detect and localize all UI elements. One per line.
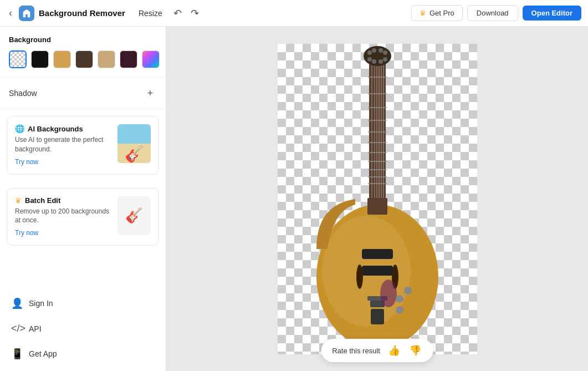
batch-edit-card[interactable]: ♛ Batch Edit Remove up to 200 background… xyxy=(7,188,159,246)
crown-batch-icon: ♛ xyxy=(15,196,22,205)
background-label: Background xyxy=(9,35,157,44)
swatch-orange[interactable] xyxy=(53,50,71,68)
redo-button[interactable]: ↷ xyxy=(188,5,201,22)
thumbs-down-button[interactable]: 👎 xyxy=(408,343,422,358)
sign-in-nav-item[interactable]: 👤 Sign In xyxy=(0,291,166,316)
svg-point-39 xyxy=(404,287,412,294)
batch-edit-title: Batch Edit xyxy=(25,196,60,205)
ai-backgrounds-desc: Use AI to generate the perfect backgroun… xyxy=(15,135,111,154)
svg-point-26 xyxy=(383,57,387,62)
svg-rect-31 xyxy=(362,249,393,259)
sidebar: Background Shadow + 🌐 AI Backgrounds xyxy=(0,27,166,371)
ai-backgrounds-header: 🌐 AI Backgrounds xyxy=(15,124,111,133)
get-pro-button[interactable]: ♛ Get Pro xyxy=(411,5,463,21)
batch-edit-text: ♛ Batch Edit Remove up to 200 background… xyxy=(15,196,111,238)
batch-edit-thumbnail: 🎸 xyxy=(117,196,151,235)
thumbs-up-button[interactable]: 👍 xyxy=(387,343,401,358)
svg-point-18 xyxy=(364,46,391,66)
swatch-gradient[interactable] xyxy=(142,50,160,68)
background-section: Background xyxy=(0,27,166,78)
back-button[interactable]: ‹ xyxy=(7,5,14,21)
header: ‹ Background Remover Resize ↶ ↷ ♛ Get Pr… xyxy=(0,0,588,27)
svg-rect-32 xyxy=(362,266,393,276)
checkerboard-bg xyxy=(278,44,477,354)
swatch-tan[interactable] xyxy=(98,50,115,68)
svg-point-20 xyxy=(367,57,372,62)
open-editor-button[interactable]: Open Editor xyxy=(523,6,581,21)
rate-text: Rate this result xyxy=(332,347,380,355)
svg-point-40 xyxy=(396,306,403,314)
rate-result-bar: Rate this result 👍 👎 xyxy=(321,339,433,362)
svg-point-19 xyxy=(367,50,372,55)
svg-rect-41 xyxy=(367,198,387,215)
phone-icon: 📱 xyxy=(11,348,22,360)
api-label: API xyxy=(29,324,42,333)
svg-rect-35 xyxy=(371,309,384,324)
main-layout: Background Shadow + 🌐 AI Backgrounds xyxy=(0,27,588,371)
svg-point-23 xyxy=(379,48,383,53)
swatch-black[interactable] xyxy=(31,50,49,68)
batch-edit-header: ♛ Batch Edit xyxy=(15,196,111,205)
svg-point-25 xyxy=(383,50,387,55)
svg-point-37 xyxy=(380,279,397,307)
swatch-transparent[interactable] xyxy=(9,50,27,68)
ai-backgrounds-text: 🌐 AI Backgrounds Use AI to generate the … xyxy=(15,124,111,166)
canvas-area: Rate this result 👍 👎 xyxy=(166,27,588,371)
guitar-image xyxy=(278,44,477,354)
ai-backgrounds-thumbnail: 🎸 xyxy=(117,124,151,163)
canvas-wrapper xyxy=(278,44,477,354)
ai-backgrounds-title: AI Backgrounds xyxy=(28,125,83,133)
api-nav-item[interactable]: </> API xyxy=(0,316,166,341)
shadow-label: Shadow xyxy=(9,89,37,98)
get-app-label: Get App xyxy=(29,349,57,358)
code-icon: </> xyxy=(11,323,22,334)
svg-point-24 xyxy=(379,59,383,64)
resize-button[interactable]: Resize xyxy=(134,7,167,20)
shadow-section: Shadow + xyxy=(0,78,166,109)
batch-guitar-icon: 🎸 xyxy=(125,207,143,224)
sign-in-label: Sign In xyxy=(29,299,53,308)
app-logo xyxy=(19,6,34,21)
person-icon: 👤 xyxy=(11,297,22,309)
swatch-brown[interactable] xyxy=(75,50,93,68)
ai-backgrounds-try[interactable]: Try now xyxy=(15,158,38,166)
color-swatches xyxy=(9,50,157,68)
undo-button[interactable]: ↶ xyxy=(171,5,184,22)
app-title: Background Remover xyxy=(39,8,125,18)
ai-backgrounds-card[interactable]: 🌐 AI Backgrounds Use AI to generate the … xyxy=(7,116,159,175)
guitar-thumbnail-icon: 🎸 xyxy=(125,145,144,163)
shadow-add-button[interactable]: + xyxy=(144,87,157,100)
ai-bg-preview: 🎸 xyxy=(117,124,151,163)
batch-edit-desc: Remove up to 200 backgrounds at once. xyxy=(15,207,111,226)
crown-icon: ♛ xyxy=(420,9,426,17)
svg-point-38 xyxy=(396,295,403,303)
svg-point-22 xyxy=(372,59,376,64)
batch-edit-try[interactable]: Try now xyxy=(15,229,38,237)
svg-point-21 xyxy=(372,48,376,53)
sidebar-nav: 👤 Sign In </> API 📱 Get App xyxy=(0,286,166,371)
download-button[interactable]: Download xyxy=(467,5,518,21)
swatch-dark-red[interactable] xyxy=(120,50,137,68)
globe-icon: 🌐 xyxy=(15,124,24,133)
get-app-nav-item[interactable]: 📱 Get App xyxy=(0,341,166,367)
